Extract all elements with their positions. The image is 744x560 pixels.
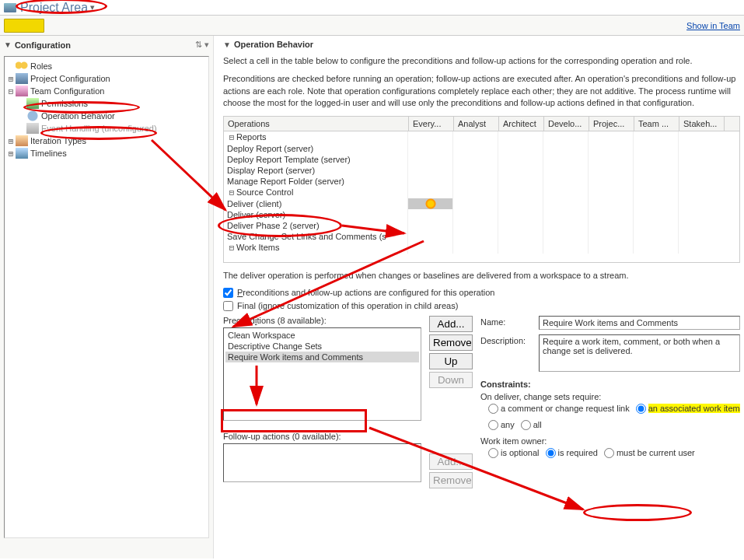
col-everyone[interactable]: Every...: [409, 117, 454, 131]
preconditions-label: Preconditions (8 available):: [223, 316, 421, 325]
preconditions-column: Preconditions (8 available): Clean Works…: [223, 316, 421, 488]
tree-item-team-config[interactable]: ⊟Team Configuration: [6, 85, 207, 97]
op-row-deliver-p2[interactable]: Deliver Phase 2 (server): [224, 220, 739, 231]
remove-button[interactable]: Remove: [429, 334, 473, 351]
name-label: Name:: [480, 316, 539, 327]
toolbar: Show in Team: [0, 16, 744, 36]
op-row-deliver-client[interactable]: Deliver (client): [224, 198, 739, 209]
detail-column: Name: Require Work items and Comments De…: [480, 316, 740, 488]
config-icon: [16, 73, 28, 84]
list-item-selected[interactable]: Require Work items and Comments: [225, 352, 419, 362]
timeline-icon: [16, 148, 28, 159]
col-architect[interactable]: Architect: [499, 117, 544, 131]
team-icon: [16, 86, 28, 96]
configuration-tree: Roles ⊞Project Configuration ⊟Team Confi…: [4, 56, 209, 538]
up-button[interactable]: Up: [429, 353, 473, 369]
permissions-icon: [26, 98, 39, 109]
followup-list[interactable]: [223, 443, 421, 482]
tree-item-iteration-types[interactable]: ⊞Iteration Types: [6, 135, 207, 147]
on-deliver-label: On deliver, change sets require:: [480, 392, 740, 401]
project-icon: [4, 3, 16, 12]
op-row-save-cs[interactable]: Save Change Set Links and Comments (s: [224, 231, 739, 242]
op-panel-title: Operation Behavior: [234, 40, 313, 49]
iteration-icon: [16, 135, 28, 146]
operation-icon: [26, 110, 39, 121]
op-row-deploy-tmpl[interactable]: Deploy Report Template (server): [224, 154, 739, 165]
tree-item-event-handling[interactable]: Event Handling (unconfigured): [6, 122, 207, 135]
radio-comment[interactable]: a comment or change request link: [488, 404, 630, 414]
operation-behavior-panel: ▼ Operation Behavior Select a cell in th…: [214, 36, 744, 558]
tree-item-operation-behavior[interactable]: Operation Behavior: [6, 110, 207, 122]
final-checkbox-row[interactable]: Final (ignore customization of this oper…: [223, 301, 740, 311]
toolbar-button[interactable]: [4, 19, 44, 33]
radio-all[interactable]: all: [521, 420, 542, 430]
workitem-owner-label: Work item owner:: [480, 436, 740, 446]
roles-icon: [16, 61, 28, 72]
tree-item-permissions[interactable]: Permissions: [6, 97, 207, 110]
config-panel-title: Configuration: [15, 40, 71, 50]
op-row-source-control[interactable]: ⊟Source Control: [224, 187, 739, 198]
preconditions-buttons: Add... Remove Up Down Add... Remove: [429, 316, 473, 488]
op-row-display-report[interactable]: Display Report (server): [224, 165, 739, 176]
tree-item-project-config[interactable]: ⊞Project Configuration: [6, 72, 207, 85]
tree-item-roles[interactable]: Roles: [6, 60, 207, 72]
role-icon: [424, 198, 438, 209]
description-field[interactable]: Require a work item, comment, or both wh…: [539, 334, 740, 372]
down-button: Down: [429, 372, 473, 388]
page-title: Project Area: [20, 1, 88, 15]
preconditions-checkbox-row[interactable]: Preconditions and follow-up actions are …: [223, 288, 740, 298]
remove-button-2: Remove: [429, 472, 473, 488]
add-button[interactable]: Add...: [429, 316, 473, 332]
tree-item-timelines[interactable]: ⊞Timelines: [6, 147, 207, 159]
op-row-manage-folder[interactable]: Manage Report Folder (server): [224, 176, 739, 187]
constraints-label: Constraints:: [480, 380, 740, 389]
final-checkbox[interactable]: [223, 301, 233, 311]
check-label-preconditions: reconditions and follow-up actions are c…: [243, 288, 494, 297]
col-project[interactable]: Projec...: [589, 117, 634, 131]
radio-required[interactable]: is required: [546, 448, 598, 458]
show-in-team-link[interactable]: Show in Team: [686, 21, 740, 30]
panel-twisty[interactable]: ▼: [4, 40, 12, 49]
event-icon: [26, 123, 39, 134]
col-analyst[interactable]: Analyst: [454, 117, 499, 131]
radio-optional[interactable]: is optional: [488, 448, 540, 458]
add-button-2: Add...: [429, 453, 473, 470]
name-field[interactable]: Require Work items and Comments: [539, 316, 740, 330]
panel-twisty[interactable]: ▼: [223, 40, 231, 49]
list-item[interactable]: Descriptive Change Sets: [225, 341, 419, 352]
op-row-reports[interactable]: ⊟Reports: [224, 131, 739, 143]
preconditions-list[interactable]: Clean Workspace Descriptive Change Sets …: [223, 327, 421, 421]
radio-associated-work-item[interactable]: an associated work item: [636, 404, 740, 414]
op-row-deploy-report[interactable]: Deploy Report (server): [224, 143, 739, 154]
op-desc2: Preconditions are checked before running…: [223, 73, 740, 109]
description-label: Description:: [480, 334, 539, 345]
list-item[interactable]: Clean Workspace: [225, 330, 419, 341]
operations-table: Operations Every... Analyst Architect De…: [223, 116, 740, 263]
op-desc1: Select a cell in the table below to conf…: [223, 55, 740, 67]
configuration-panel: ▼ Configuration ⇅ ▾ Roles ⊞Project Confi…: [0, 36, 214, 558]
op-row-work-items[interactable]: ⊟Work Items: [224, 242, 739, 254]
panel-tools[interactable]: ⇅ ▾: [195, 40, 209, 50]
col-stakeholder[interactable]: Stakeh...: [679, 117, 725, 131]
titlebar: Project Area ▾: [0, 0, 744, 16]
op-row-deliver-server[interactable]: Deliver (server): [224, 209, 739, 220]
followup-label: Follow-up actions (0 available):: [223, 432, 421, 441]
col-team[interactable]: Team ...: [634, 117, 679, 131]
deliver-description: The deliver operation is performed when …: [223, 271, 740, 280]
title-dropdown[interactable]: ▾: [90, 2, 95, 12]
radio-any[interactable]: any: [488, 420, 515, 430]
col-developer[interactable]: Develo...: [544, 117, 589, 131]
col-operations[interactable]: Operations: [224, 117, 409, 131]
preconditions-checkbox[interactable]: [223, 288, 233, 298]
op-table-header: Operations Every... Analyst Architect De…: [224, 117, 739, 131]
radio-current-user[interactable]: must be current user: [604, 448, 695, 458]
